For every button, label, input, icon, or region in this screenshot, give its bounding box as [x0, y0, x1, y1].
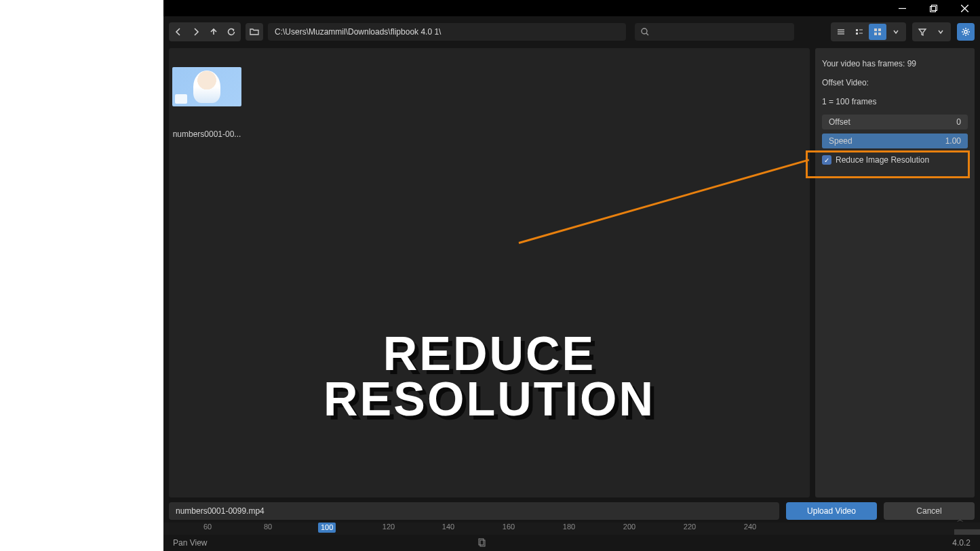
svg-rect-11 [856, 33, 858, 35]
svg-rect-1 [930, 6, 935, 12]
offset-video-label: Offset Video: [822, 77, 968, 89]
svg-rect-17 [878, 33, 881, 35]
close-button[interactable] [949, 0, 980, 16]
settings-button[interactable] [957, 23, 975, 41]
checkmark-icon: ✓ [822, 155, 831, 165]
timeline-tick: 160 [503, 523, 515, 531]
timeline-tick: 140 [442, 523, 454, 531]
scrollbar-horizontal[interactable] [954, 529, 980, 535]
reduce-resolution-label: Reduce Image Resolution [836, 155, 929, 165]
timeline-tick: 200 [623, 523, 635, 531]
film-icon [175, 94, 187, 104]
offset-label: Offset [829, 117, 850, 127]
file-browser-area[interactable]: numbers0001-00... REDUCE RESOLUTION [169, 48, 810, 497]
filename-input[interactable] [169, 502, 779, 520]
properties-panel: Your video has frames: 99 Offset Video: … [815, 48, 975, 497]
path-input[interactable] [268, 23, 626, 41]
svg-rect-19 [479, 539, 484, 545]
timeline-marker[interactable]: 100 [318, 523, 336, 533]
toolbar [163, 16, 980, 47]
statusbar: Pan View 4.0.2 [163, 535, 980, 551]
overlay-line1: REDUCE [324, 331, 655, 377]
new-folder-button[interactable] [246, 23, 263, 41]
version-text: 4.0.2 [952, 538, 971, 548]
svg-point-5 [642, 28, 647, 34]
svg-point-18 [964, 30, 967, 33]
timeline[interactable]: ︿ 60 80 100 120 140 160 180 200 220 240 [163, 523, 980, 535]
search-input[interactable] [635, 23, 794, 41]
minimize-button[interactable] [886, 0, 918, 16]
detail-view-button[interactable] [850, 24, 868, 40]
external-blank-area [0, 0, 163, 551]
refresh-button[interactable] [223, 24, 239, 40]
titlebar [163, 0, 980, 16]
view-dropdown-button[interactable] [887, 24, 905, 40]
timeline-tick: 180 [563, 523, 575, 531]
video-frames-text: Your video has frames: 99 [822, 58, 968, 70]
scroll-up-icon[interactable]: ︿ [957, 515, 965, 523]
view-mode-group [831, 22, 906, 41]
up-button[interactable] [205, 24, 222, 40]
app-window: numbers0001-00... REDUCE RESOLUTION Your… [163, 0, 980, 551]
file-thumbnail[interactable]: numbers0001-00... [169, 67, 245, 139]
overlay-line2: RESOLUTION [324, 377, 655, 422]
timeline-tick: 120 [383, 523, 395, 531]
svg-rect-10 [856, 29, 858, 31]
thumbnail-label: numbers0001-00... [169, 129, 245, 139]
svg-rect-2 [931, 5, 937, 10]
filter-dropdown-button[interactable] [932, 24, 949, 40]
timeline-tick: 60 [203, 523, 212, 531]
svg-rect-16 [874, 33, 877, 35]
forward-button[interactable] [188, 24, 204, 40]
speed-value: 1.00 [945, 136, 961, 146]
clipboard-icon [477, 537, 486, 549]
footer-row: Upload Video Cancel [163, 499, 980, 523]
back-button[interactable] [170, 24, 187, 40]
thumbnail-preview-icon [172, 67, 241, 106]
upload-video-button[interactable]: Upload Video [786, 502, 877, 520]
timeline-tick: 80 [264, 523, 272, 531]
offset-value: 0 [956, 117, 961, 127]
list-view-button[interactable] [832, 24, 850, 40]
offset-slider[interactable]: Offset 0 [822, 115, 968, 129]
offset-hint-text: 1 = 100 frames [822, 96, 968, 108]
overlay-caption: REDUCE RESOLUTION [324, 331, 655, 422]
svg-rect-15 [878, 28, 881, 31]
svg-rect-14 [874, 28, 877, 31]
status-hint: Pan View [173, 538, 207, 548]
speed-label: Speed [829, 136, 852, 146]
filter-group [912, 22, 951, 41]
reduce-resolution-checkbox[interactable]: ✓ Reduce Image Resolution [822, 152, 968, 167]
maximize-button[interactable] [918, 0, 949, 16]
nav-group [169, 22, 241, 41]
svg-rect-20 [480, 540, 485, 546]
content-row: numbers0001-00... REDUCE RESOLUTION Your… [163, 47, 980, 499]
speed-slider[interactable]: Speed 1.00 [822, 134, 968, 148]
timeline-tick: 240 [744, 523, 756, 531]
svg-line-6 [646, 33, 648, 35]
timeline-tick: 220 [684, 523, 696, 531]
filter-button[interactable] [914, 24, 931, 40]
thumbnail-view-button[interactable] [869, 24, 886, 40]
